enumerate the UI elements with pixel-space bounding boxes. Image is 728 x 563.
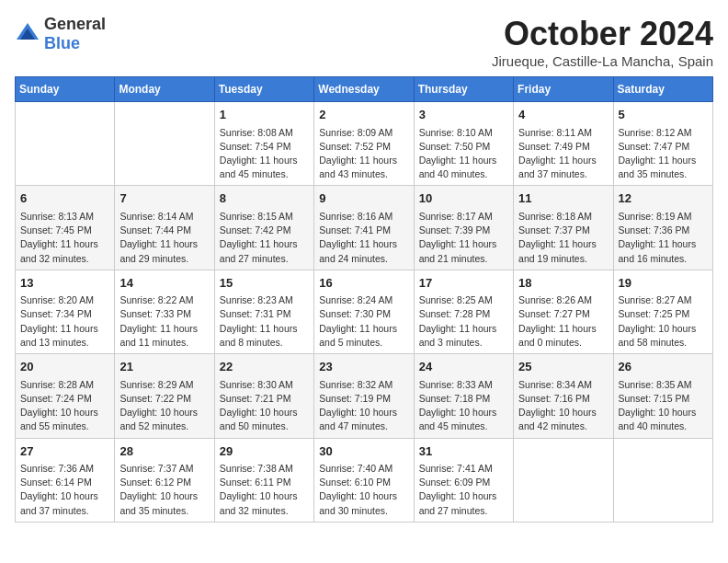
- day-detail: Sunrise: 7:37 AM Sunset: 6:12 PM Dayligh…: [119, 462, 209, 518]
- day-number: 1: [220, 106, 309, 124]
- calendar-day-cell: 20Sunrise: 8:28 AM Sunset: 7:24 PM Dayli…: [16, 354, 115, 438]
- day-detail: Sunrise: 8:10 AM Sunset: 7:50 PM Dayligh…: [419, 126, 508, 182]
- calendar-day-cell: 2Sunrise: 8:09 AM Sunset: 7:52 PM Daylig…: [314, 102, 414, 186]
- calendar-day-cell: 19Sunrise: 8:27 AM Sunset: 7:25 PM Dayli…: [613, 270, 712, 353]
- calendar-day-cell: 7Sunrise: 8:14 AM Sunset: 7:44 PM Daylig…: [115, 186, 214, 270]
- calendar-week-row: 13Sunrise: 8:20 AM Sunset: 7:34 PM Dayli…: [16, 270, 713, 353]
- day-number: 27: [20, 442, 109, 461]
- calendar-day-cell: 5Sunrise: 8:12 AM Sunset: 7:47 PM Daylig…: [613, 102, 712, 186]
- calendar-day-cell: 17Sunrise: 8:25 AM Sunset: 7:28 PM Dayli…: [414, 270, 513, 353]
- calendar-day-cell: [613, 438, 712, 522]
- logo-blue: Blue: [44, 34, 80, 52]
- calendar-day-cell: 16Sunrise: 8:24 AM Sunset: 7:30 PM Dayli…: [314, 270, 414, 353]
- day-number: 19: [619, 274, 708, 293]
- day-number: 4: [518, 106, 608, 124]
- day-number: 24: [419, 358, 508, 376]
- weekday-header: Thursday: [414, 77, 513, 102]
- title-section: October 2024 Jirueque, Castille-La Manch…: [492, 15, 713, 69]
- calendar-day-cell: [16, 102, 115, 186]
- day-detail: Sunrise: 8:09 AM Sunset: 7:52 PM Dayligh…: [319, 126, 408, 182]
- calendar-day-cell: 28Sunrise: 7:37 AM Sunset: 6:12 PM Dayli…: [115, 438, 214, 522]
- day-detail: Sunrise: 8:35 AM Sunset: 7:15 PM Dayligh…: [619, 378, 708, 434]
- day-number: 28: [119, 442, 209, 461]
- calendar-day-cell: 8Sunrise: 8:15 AM Sunset: 7:42 PM Daylig…: [214, 186, 313, 270]
- day-number: 16: [319, 274, 408, 293]
- calendar-day-cell: 6Sunrise: 8:13 AM Sunset: 7:45 PM Daylig…: [16, 186, 115, 270]
- day-number: 14: [119, 274, 209, 293]
- day-number: 21: [119, 358, 209, 376]
- day-detail: Sunrise: 8:30 AM Sunset: 7:21 PM Dayligh…: [220, 378, 309, 434]
- day-detail: Sunrise: 8:14 AM Sunset: 7:44 PM Dayligh…: [119, 210, 209, 266]
- calendar-week-row: 1Sunrise: 8:08 AM Sunset: 7:54 PM Daylig…: [16, 102, 713, 186]
- day-detail: Sunrise: 8:24 AM Sunset: 7:30 PM Dayligh…: [319, 293, 408, 350]
- day-detail: Sunrise: 7:41 AM Sunset: 6:09 PM Dayligh…: [419, 462, 508, 518]
- day-detail: Sunrise: 8:33 AM Sunset: 7:18 PM Dayligh…: [419, 378, 508, 434]
- calendar-day-cell: 25Sunrise: 8:34 AM Sunset: 7:16 PM Dayli…: [514, 354, 613, 438]
- day-number: 2: [319, 106, 408, 124]
- day-number: 7: [119, 190, 209, 208]
- weekday-header: Sunday: [16, 77, 115, 102]
- calendar-day-cell: 22Sunrise: 8:30 AM Sunset: 7:21 PM Dayli…: [214, 354, 313, 438]
- day-detail: Sunrise: 8:12 AM Sunset: 7:47 PM Dayligh…: [619, 126, 708, 182]
- calendar-day-cell: 3Sunrise: 8:10 AM Sunset: 7:50 PM Daylig…: [414, 102, 513, 186]
- day-detail: Sunrise: 8:32 AM Sunset: 7:19 PM Dayligh…: [319, 378, 408, 434]
- calendar-day-cell: 11Sunrise: 8:18 AM Sunset: 7:37 PM Dayli…: [514, 186, 613, 270]
- day-detail: Sunrise: 8:19 AM Sunset: 7:36 PM Dayligh…: [619, 210, 708, 266]
- day-number: 12: [619, 190, 708, 208]
- day-detail: Sunrise: 8:20 AM Sunset: 7:34 PM Dayligh…: [20, 293, 109, 350]
- day-detail: Sunrise: 8:18 AM Sunset: 7:37 PM Dayligh…: [518, 210, 608, 266]
- day-number: 30: [319, 442, 408, 461]
- day-detail: Sunrise: 8:25 AM Sunset: 7:28 PM Dayligh…: [419, 293, 508, 350]
- day-detail: Sunrise: 8:23 AM Sunset: 7:31 PM Dayligh…: [220, 293, 309, 350]
- calendar-day-cell: 29Sunrise: 7:38 AM Sunset: 6:11 PM Dayli…: [214, 438, 313, 522]
- page-header: General Blue October 2024 Jirueque, Cast…: [15, 15, 713, 69]
- calendar-day-cell: 4Sunrise: 8:11 AM Sunset: 7:49 PM Daylig…: [514, 102, 613, 186]
- day-number: 15: [220, 274, 309, 293]
- day-detail: Sunrise: 8:16 AM Sunset: 7:41 PM Dayligh…: [319, 210, 408, 266]
- calendar-day-cell: 24Sunrise: 8:33 AM Sunset: 7:18 PM Dayli…: [414, 354, 513, 438]
- calendar-day-cell: 14Sunrise: 8:22 AM Sunset: 7:33 PM Dayli…: [115, 270, 214, 353]
- calendar-day-cell: 30Sunrise: 7:40 AM Sunset: 6:10 PM Dayli…: [314, 438, 414, 522]
- day-number: 6: [20, 190, 109, 208]
- logo: General Blue: [15, 15, 106, 53]
- day-number: 13: [20, 274, 109, 293]
- weekday-header: Friday: [514, 77, 613, 102]
- day-number: 26: [619, 358, 708, 376]
- calendar-day-cell: 23Sunrise: 8:32 AM Sunset: 7:19 PM Dayli…: [314, 354, 414, 438]
- logo-icon: [15, 21, 40, 47]
- day-number: 10: [419, 190, 508, 208]
- calendar-table: SundayMondayTuesdayWednesdayThursdayFrid…: [15, 76, 713, 523]
- weekday-header: Monday: [115, 77, 214, 102]
- calendar-day-cell: [115, 102, 214, 186]
- day-number: 31: [419, 442, 508, 461]
- day-detail: Sunrise: 8:22 AM Sunset: 7:33 PM Dayligh…: [119, 293, 209, 350]
- calendar-week-row: 27Sunrise: 7:36 AM Sunset: 6:14 PM Dayli…: [16, 438, 713, 522]
- day-detail: Sunrise: 7:38 AM Sunset: 6:11 PM Dayligh…: [220, 462, 309, 518]
- logo-general: General: [44, 15, 106, 33]
- day-number: 20: [20, 358, 109, 376]
- day-detail: Sunrise: 8:34 AM Sunset: 7:16 PM Dayligh…: [518, 378, 608, 434]
- day-number: 25: [518, 358, 608, 376]
- calendar-day-cell: 21Sunrise: 8:29 AM Sunset: 7:22 PM Dayli…: [115, 354, 214, 438]
- day-detail: Sunrise: 8:11 AM Sunset: 7:49 PM Dayligh…: [518, 126, 608, 182]
- calendar-day-cell: 9Sunrise: 8:16 AM Sunset: 7:41 PM Daylig…: [314, 186, 414, 270]
- day-detail: Sunrise: 8:08 AM Sunset: 7:54 PM Dayligh…: [220, 126, 309, 182]
- day-number: 29: [220, 442, 309, 461]
- logo-text: General Blue: [44, 15, 106, 53]
- calendar-day-cell: 12Sunrise: 8:19 AM Sunset: 7:36 PM Dayli…: [613, 186, 712, 270]
- day-detail: Sunrise: 8:29 AM Sunset: 7:22 PM Dayligh…: [119, 378, 209, 434]
- calendar-week-row: 6Sunrise: 8:13 AM Sunset: 7:45 PM Daylig…: [16, 186, 713, 270]
- calendar-day-cell: [514, 438, 613, 522]
- month-title: October 2024: [492, 15, 713, 53]
- day-number: 23: [319, 358, 408, 376]
- calendar-header-row: SundayMondayTuesdayWednesdayThursdayFrid…: [16, 77, 713, 102]
- day-number: 3: [419, 106, 508, 124]
- calendar-week-row: 20Sunrise: 8:28 AM Sunset: 7:24 PM Dayli…: [16, 354, 713, 438]
- day-detail: Sunrise: 7:36 AM Sunset: 6:14 PM Dayligh…: [20, 462, 109, 518]
- day-detail: Sunrise: 8:28 AM Sunset: 7:24 PM Dayligh…: [20, 378, 109, 434]
- day-number: 22: [220, 358, 309, 376]
- day-detail: Sunrise: 7:40 AM Sunset: 6:10 PM Dayligh…: [319, 462, 408, 518]
- calendar-day-cell: 15Sunrise: 8:23 AM Sunset: 7:31 PM Dayli…: [214, 270, 313, 353]
- calendar-day-cell: 13Sunrise: 8:20 AM Sunset: 7:34 PM Dayli…: [16, 270, 115, 353]
- day-number: 8: [220, 190, 309, 208]
